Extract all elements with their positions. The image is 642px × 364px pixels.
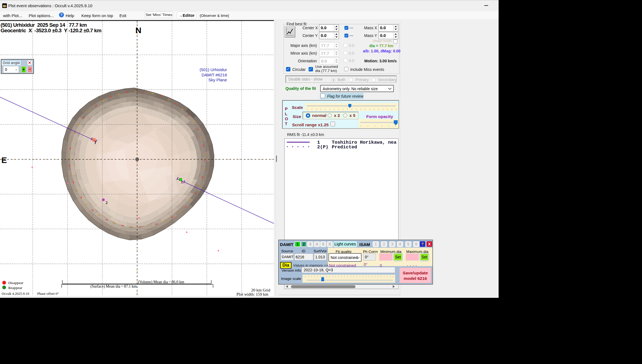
- svg-text:Sky Plane: Sky Plane: [208, 77, 227, 82]
- svg-text:Plot width: 159 km: Plot width: 159 km: [237, 292, 269, 296]
- svg-text:2: 2: [106, 201, 108, 205]
- svg-text:Geocentric X -3523.0 ±0.3 Y: Geocentric X -3523.0 ±0.3 Y -120.2 ±0.7 …: [1, 28, 101, 33]
- svg-text:(Volume) Mean dia = 86.0 km: (Volume) Mean dia = 86.0 km: [138, 280, 184, 284]
- svg-text:20 km Grid: 20 km Grid: [251, 288, 271, 292]
- svg-text:(501) Urhixidur: (501) Urhixidur: [200, 67, 227, 72]
- svg-text:Reappear: Reappear: [8, 286, 22, 290]
- svg-text:E: E: [1, 156, 7, 165]
- svg-text:1: 1: [94, 141, 96, 145]
- svg-text:Disappear: Disappear: [8, 281, 23, 285]
- svg-text:(Surface) Mean dia = 87.1 km: (Surface) Mean dia = 87.1 km: [90, 284, 137, 289]
- svg-text:Phase offset 0°: Phase offset 0°: [37, 291, 59, 296]
- svg-text:N: N: [135, 26, 141, 35]
- svg-text:(501) Urhixidur 2025 Sep 14: (501) Urhixidur 2025 Sep 14 77.7 km: [1, 22, 87, 28]
- svg-text:DAMIT #6216: DAMIT #6216: [202, 73, 227, 77]
- svg-text:1: 1: [181, 180, 183, 184]
- svg-text:Occult 4.2025.9.10: Occult 4.2025.9.10: [2, 291, 29, 296]
